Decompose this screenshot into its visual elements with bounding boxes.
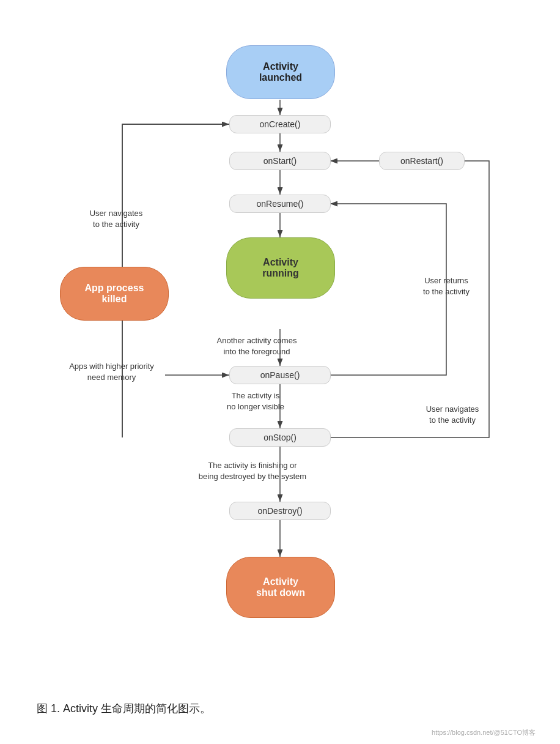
label-apps-higher-priority: Apps with higher priority need memory [52,361,171,383]
activity-running-node: Activity running [226,237,335,299]
on-stop-node: onStop() [229,428,331,447]
activity-shutdown-node: Activity shut down [226,557,335,618]
diagram-container: Activity launched onCreate() onStart() o… [0,0,560,704]
label-user-returns: User returns to the activity [397,275,495,297]
on-start-node: onStart() [229,152,331,170]
label-user-navigates-top: User navigates to the activity [67,208,165,230]
watermark: https://blog.csdn.net/@51CTO博客 [0,728,548,737]
on-pause-node: onPause() [229,366,331,384]
app-process-killed-node: App process killed [60,267,169,321]
on-resume-node: onResume() [229,195,331,213]
on-destroy-node: onDestroy() [229,502,331,520]
on-create-node: onCreate() [229,115,331,133]
label-activity-finishing: The activity is finishing or being destr… [176,460,329,482]
activity-launched-node: Activity launched [226,45,335,99]
on-restart-node: onRestart() [379,152,465,170]
label-activity-no-longer-visible: The activity is no longer visible [194,390,317,412]
footer-caption: 图 1. Activity 生命周期的简化图示。 [18,691,560,722]
label-another-activity-foreground: Another activity comes into the foregrou… [190,335,324,357]
label-user-navigates-bottom: User navigates to the activity [403,404,501,426]
